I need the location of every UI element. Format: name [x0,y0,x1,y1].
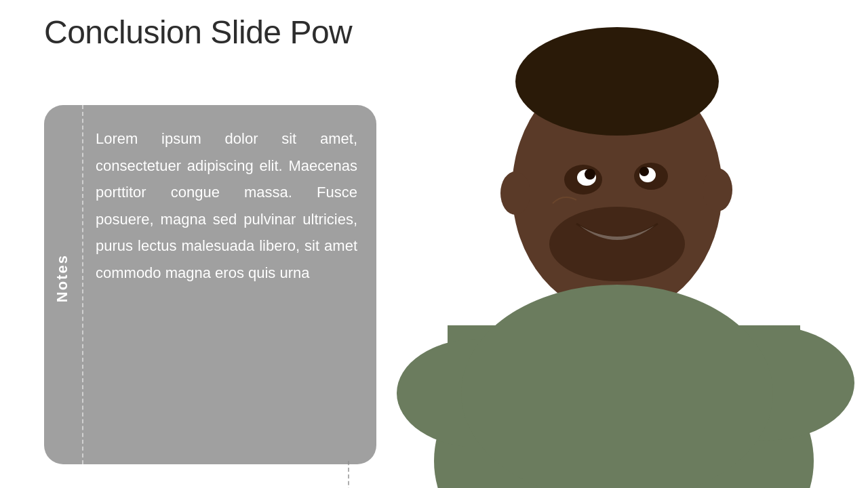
svg-point-9 [585,169,595,180]
dashed-divider [82,105,83,464]
svg-point-14 [703,168,732,211]
notes-card: Notes Lorem ipsum dolor sit amet, consec… [44,105,376,464]
svg-point-11 [549,207,685,281]
person-image [353,0,868,488]
notes-label-container: Notes [44,105,77,464]
notes-text: Lorem ipsum dolor sit amet, consectetuer… [89,105,376,464]
card-tail [309,461,349,488]
notes-label: Notes [54,254,71,302]
svg-point-12 [515,27,719,136]
svg-point-13 [500,171,530,215]
svg-point-10 [639,167,649,176]
